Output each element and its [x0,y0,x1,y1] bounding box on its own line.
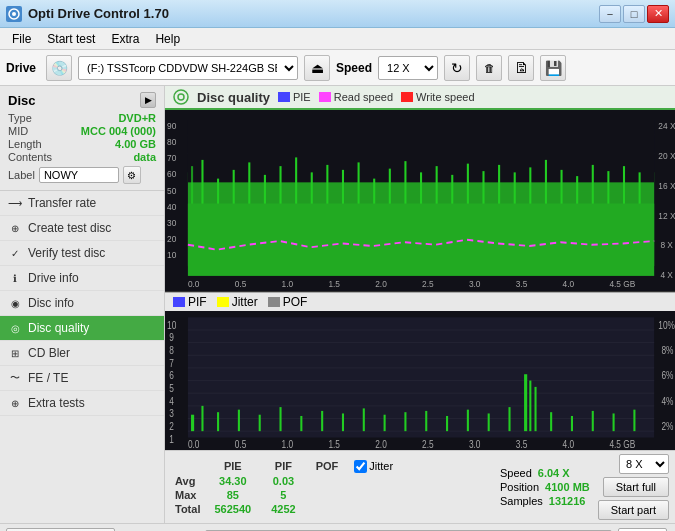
svg-text:70: 70 [167,152,176,163]
svg-text:10: 10 [167,250,176,261]
close-button[interactable]: ✕ [647,5,669,23]
total-label: Total [171,502,204,516]
menu-help[interactable]: Help [147,30,188,48]
nav-create-test-disc-label: Create test disc [28,221,111,235]
svg-text:2.0: 2.0 [375,278,387,289]
nav-fe-te[interactable]: 〜 FE / TE [0,366,164,391]
window-controls: − □ ✕ [599,5,669,23]
svg-rect-100 [217,412,219,431]
svg-rect-118 [550,412,552,431]
nav-extra-tests-label: Extra tests [28,396,85,410]
drive-icon-btn[interactable]: 💿 [46,55,72,81]
chart-title: Disc quality [197,90,270,105]
jitter-checkbox[interactable] [354,460,367,473]
svg-text:1.0: 1.0 [282,439,294,450]
svg-text:60: 60 [167,169,176,180]
speed-select[interactable]: 12 X [378,56,438,80]
jitter-checkbox-cell: Jitter [348,459,399,474]
svg-text:0.5: 0.5 [235,278,247,289]
type-label: Type [8,112,32,124]
speed-position-stats: Speed 6.04 X Position 4100 MB Samples 13… [500,467,590,507]
menu-starttest[interactable]: Start test [39,30,103,48]
save-button[interactable]: 💾 [540,55,566,81]
minimize-button[interactable]: − [599,5,621,23]
pie-header: PIE [204,459,261,474]
jitter-avg [348,474,399,488]
eject-button[interactable]: ⏏ [304,55,330,81]
svg-text:3: 3 [169,408,174,419]
nav-drive-info-label: Drive info [28,271,79,285]
nav-verify-test-disc[interactable]: ✓ Verify test disc [0,241,164,266]
nav-drive-info[interactable]: ℹ Drive info [0,266,164,291]
nav-extra-tests[interactable]: ⊕ Extra tests [0,391,164,416]
svg-rect-108 [384,415,386,431]
legend-read-speed: Read speed [319,91,393,103]
nav-disc-quality-label: Disc quality [28,321,89,335]
refresh-button[interactable]: ↻ [444,55,470,81]
svg-rect-105 [321,411,323,431]
avg-label: Avg [171,474,204,488]
svg-text:1.5: 1.5 [328,278,340,289]
svg-rect-119 [571,416,573,431]
drive-select[interactable]: (F:) TSSTcorp CDDVDW SH-224GB SB00 [78,56,298,80]
pie-avg: 34.30 [204,474,261,488]
nav-disc-info[interactable]: ◉ Disc info [0,291,164,316]
svg-text:50: 50 [167,185,176,196]
disc-arrow-button[interactable]: ▶ [140,92,156,108]
svg-text:0.5: 0.5 [235,439,247,450]
read-speed-legend-label: Read speed [334,91,393,103]
maximize-button[interactable]: □ [623,5,645,23]
svg-rect-111 [446,416,448,431]
status-window-button[interactable]: Status window >> [6,528,115,532]
svg-text:4.0: 4.0 [563,278,575,289]
nav-disc-quality[interactable]: ◎ Disc quality [0,316,164,341]
disc-info-icon: ◉ [8,296,22,310]
contents-label: Contents [8,151,52,163]
svg-rect-110 [425,411,427,431]
pif-color [173,297,185,307]
speed-label: Speed [336,61,372,75]
start-full-button[interactable]: Start full [603,477,669,497]
start-part-button[interactable]: Start part [598,500,669,520]
burn-button[interactable]: 🖺 [508,55,534,81]
svg-text:3.0: 3.0 [469,439,481,450]
svg-text:10: 10 [167,320,176,331]
right-stats-section: Speed 6.04 X Position 4100 MB Samples 13… [500,454,669,520]
label-edit-button[interactable]: ⚙ [123,166,141,184]
menu-file[interactable]: File [4,30,39,48]
svg-text:1: 1 [169,434,174,445]
type-value: DVD+R [118,112,156,124]
menu-extra[interactable]: Extra [103,30,147,48]
label-input[interactable] [39,167,119,183]
svg-text:1.5: 1.5 [328,439,340,450]
svg-point-3 [178,94,184,100]
svg-text:16 X: 16 X [658,180,675,191]
mid-value: MCC 004 (000) [81,125,156,137]
svg-rect-109 [404,412,406,431]
pie-chart-svg: 90 80 70 60 50 40 30 20 10 24 X 20 X 16 … [165,110,675,291]
main-area: Disc ▶ Type DVD+R MID MCC 004 (000) Leng… [0,86,675,523]
speed-right-select[interactable]: 8 X [619,454,669,474]
chart-header: Disc quality PIE Read speed Write speed [165,86,675,110]
svg-rect-88 [188,317,654,437]
nav-create-test-disc[interactable]: ⊕ Create test disc [0,216,164,241]
erase-button[interactable]: 🗑 [476,55,502,81]
pie-chart-container: 90 80 70 60 50 40 30 20 10 24 X 20 X 16 … [165,110,675,292]
svg-rect-121 [613,413,615,431]
svg-text:3.5: 3.5 [516,278,528,289]
samples-value: 131216 [549,495,586,507]
nav-transfer-rate[interactable]: ⟶ Transfer rate [0,191,164,216]
svg-text:4.5 GB: 4.5 GB [609,439,635,450]
svg-rect-115 [524,374,527,431]
pie-total: 562540 [204,502,261,516]
nav-verify-test-disc-label: Verify test disc [28,246,105,260]
svg-text:20: 20 [167,234,176,245]
legend-pie: PIE [278,91,311,103]
nav-cd-bler[interactable]: ⊞ CD Bler [0,341,164,366]
drive-info-icon: ℹ [8,271,22,285]
svg-text:8 X: 8 X [660,240,673,251]
jitter-max [348,488,399,502]
svg-rect-99 [201,406,203,431]
svg-rect-104 [300,416,302,431]
position-label: Position [500,481,539,493]
